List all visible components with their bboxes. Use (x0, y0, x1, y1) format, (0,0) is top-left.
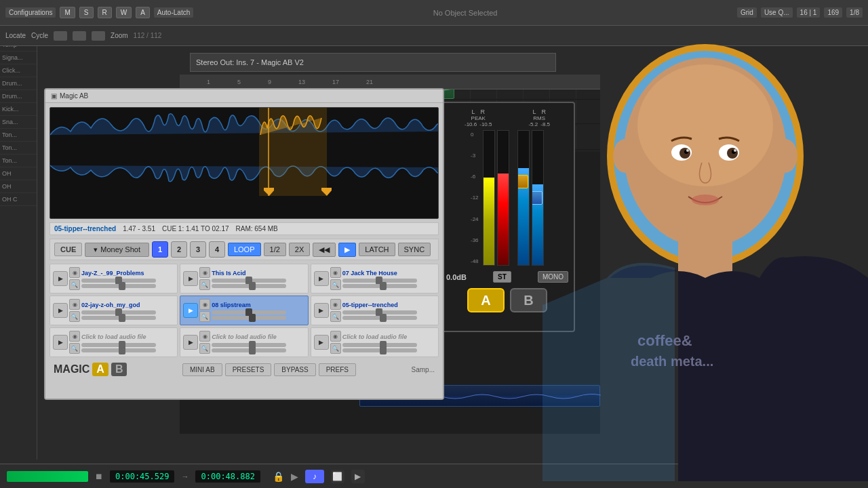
slot-3a-name[interactable]: Click to load audio file (81, 333, 146, 340)
slot-1a-play[interactable]: ▶ (53, 271, 68, 286)
slot-2a-icon1[interactable]: ◉ (69, 299, 80, 310)
sidebar-sna[interactable]: Sna... (0, 116, 37, 129)
slot-2a-icon2[interactable]: 🔍 (69, 311, 80, 322)
num-btn-2[interactable]: 2 (171, 241, 187, 258)
num-btn-1[interactable]: 1 (152, 241, 168, 258)
zoom-btn[interactable]: Zoom (111, 32, 128, 39)
sidebar-oh1[interactable]: OH (0, 167, 37, 180)
slot-3a-icon1[interactable]: ◉ (69, 331, 80, 342)
slot-3c-icon2[interactable]: 🔍 (330, 343, 341, 354)
latch-button[interactable]: LATCH (359, 243, 395, 256)
bypass-button[interactable]: BYPASS (274, 363, 315, 376)
slot-2b-icon1[interactable]: ◉ (199, 299, 210, 310)
toolbar2-icon3[interactable] (92, 31, 105, 41)
slot-2c-icon1[interactable]: ◉ (330, 299, 341, 310)
cue-button[interactable]: CUE (54, 243, 82, 256)
magic-a-badge[interactable]: A (92, 363, 108, 376)
slot-2c-slider2[interactable] (342, 316, 417, 320)
slot-3c-play[interactable]: ▶ (314, 335, 329, 350)
vu-fader-r[interactable] (532, 191, 542, 205)
slot-2b-play[interactable]: ▶ (183, 303, 198, 318)
prefs-button[interactable]: PREFS (319, 363, 356, 376)
slot-3a-slider2[interactable] (81, 348, 156, 352)
slot-2a-play[interactable]: ▶ (53, 303, 68, 318)
toolbar-btn-2[interactable]: S (79, 7, 94, 18)
cycle-btn[interactable]: Cycle (31, 32, 48, 39)
transport-play-btn[interactable]: ▶ (351, 470, 365, 483)
slot-2b-icon2[interactable]: 🔍 (199, 311, 210, 322)
slot-1b-icon2[interactable]: 🔍 (199, 279, 210, 290)
slot-3b-name[interactable]: Click to load audio file (212, 333, 277, 340)
sync-button[interactable]: SYNC (398, 243, 431, 256)
slot-1c-play[interactable]: ▶ (314, 271, 329, 286)
play-button[interactable]: ▶ (338, 243, 356, 257)
configurations-menu[interactable]: Configurations (5, 7, 56, 18)
transport-lock-icon[interactable]: 🔒 (273, 471, 284, 482)
num-btn-4[interactable]: 4 (209, 241, 225, 258)
slot-1c-icon1[interactable]: ◉ (330, 267, 341, 278)
num-btn-3[interactable]: 3 (190, 241, 206, 258)
vu-st-button[interactable]: ST (493, 271, 511, 283)
vu-fader-l[interactable] (517, 175, 528, 188)
vu-ab-a-button[interactable]: A (467, 288, 505, 312)
sidebar-ton1[interactable]: Ton... (0, 129, 37, 142)
prev-button[interactable]: ◀◀ (313, 243, 336, 257)
vu-mono-button[interactable]: MONO (538, 271, 568, 283)
ruler-mark-2: 5 (237, 79, 241, 85)
mini-ab-button[interactable]: MINI AB (182, 363, 222, 376)
two-x-button[interactable]: 2X (289, 243, 310, 256)
slot-2c-play[interactable]: ▶ (314, 303, 329, 318)
slot-1a-slider2[interactable] (81, 284, 156, 288)
half-button[interactable]: 1/2 (264, 243, 286, 256)
sidebar-click[interactable]: Click... (0, 64, 37, 77)
toolbar-btn-1[interactable]: M (60, 7, 75, 18)
transport-time2: 0:00:48.882 (195, 470, 260, 483)
transport-loop-icon[interactable]: ⬜ (331, 470, 344, 483)
vu-ab-b-button[interactable]: B (510, 288, 547, 312)
slot-1b-slider2[interactable] (212, 284, 286, 288)
use-qc-btn[interactable]: Use Q... (761, 7, 793, 18)
transport-midi-icon[interactable]: ♪ (305, 470, 324, 483)
sidebar-ton3[interactable]: Ton... (0, 155, 37, 167)
sidebar-ohc[interactable]: OH C (0, 193, 37, 206)
sidebar-oh2[interactable]: OH (0, 180, 37, 193)
sidebar-drum2[interactable]: Drum... (0, 90, 37, 103)
slot-3b-icon1[interactable]: ◉ (199, 331, 210, 342)
sidebar-drum1[interactable]: Drum... (0, 77, 37, 90)
waveform-container[interactable] (50, 107, 439, 219)
slot-2a-slider2[interactable] (81, 316, 156, 320)
slot-1a-icon1[interactable]: ◉ (69, 267, 80, 278)
slot-3b-icon2[interactable]: 🔍 (199, 343, 210, 354)
slot-1b-play[interactable]: ▶ (183, 271, 198, 286)
locate-btn[interactable]: Locate (5, 32, 26, 39)
toolbar2-icon2[interactable] (73, 31, 86, 41)
slot-3b-slider2[interactable] (212, 348, 286, 352)
auto-latch-btn[interactable]: Auto-Latch (154, 7, 193, 18)
sidebar-ton2[interactable]: Ton... (0, 142, 37, 155)
cue-name-button[interactable]: ▾ Money Shot (85, 243, 149, 257)
presets-button[interactable]: PRESETS (225, 363, 272, 376)
slot-3c-name[interactable]: Click to load audio file (342, 333, 408, 340)
toolbar-btn-5[interactable]: A (136, 7, 150, 18)
slot-3b-play[interactable]: ▶ (183, 335, 198, 350)
slot-3c-slider2[interactable] (342, 348, 417, 352)
transport-icon1[interactable]: ⏹ (95, 472, 103, 481)
slot-3a-play[interactable]: ▶ (53, 335, 68, 350)
toolbar-btn-3[interactable]: R (98, 7, 112, 18)
slot-1c-icon2[interactable]: 🔍 (330, 279, 341, 290)
slot-1b-icon1[interactable]: ◉ (199, 267, 210, 278)
grid-btn[interactable]: Grid (737, 7, 757, 18)
toolbar-btn-4[interactable]: W (116, 7, 132, 18)
sidebar-signa[interactable]: Signa... (0, 52, 37, 64)
slot-1c-slider2[interactable] (342, 284, 417, 288)
toolbar2-icon1[interactable] (54, 31, 67, 41)
slot-3c-icon1[interactable]: ◉ (330, 331, 341, 342)
slot-1a-icon2[interactable]: 🔍 (69, 279, 80, 290)
slot-3a-icon2[interactable]: 🔍 (69, 343, 80, 354)
magic-b-badge[interactable]: B (111, 363, 127, 376)
sidebar-kick[interactable]: Kick... (0, 103, 37, 116)
loop-button[interactable]: LOOP (228, 243, 261, 256)
slot-2b-slider2[interactable] (212, 316, 286, 320)
transport-play-icon[interactable]: ▶ (291, 471, 298, 482)
slot-2c-icon2[interactable]: 🔍 (330, 311, 341, 322)
